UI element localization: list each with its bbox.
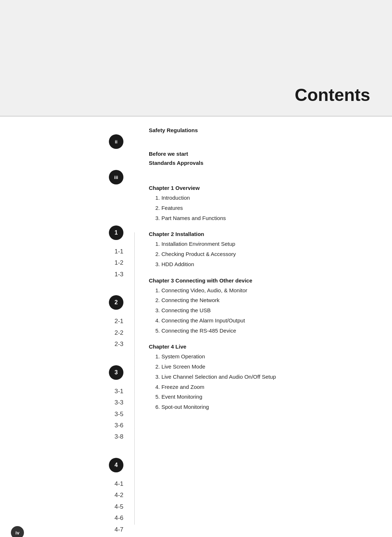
chapter-1-title: Chapter 1 Overview — [149, 185, 377, 191]
content-wrapper: ii iii 1 1-1 1-2 1-3 2 — [0, 116, 392, 537]
chapter-4-item-3: 3. Live Channel Selection and Audio On/O… — [149, 372, 377, 382]
badge-wrapper-1: 1 — [109, 218, 123, 243]
standards-approvals-title: Standards Approvals — [149, 160, 377, 166]
safety-regulations-title: Safety Regulations — [149, 127, 377, 133]
page-num-2-2: 2-2 — [114, 327, 123, 338]
chapter-badge-1: 1 — [109, 225, 123, 240]
pre-section-before: Before we start — [149, 151, 377, 157]
chapter-4-item-1: 1. System Operation — [149, 351, 377, 362]
chapter-badge-4: 4 — [109, 458, 123, 472]
chapter-3-item-3: 3. Connecting the USB — [149, 305, 377, 316]
chapter-badge-3: 3 — [109, 365, 123, 380]
chapter-1-item-2: 2. Features — [149, 203, 377, 213]
badge-wrapper-iii: iii — [109, 163, 123, 187]
page-num-3-8: 3-8 — [114, 431, 123, 442]
page-num-3-6: 3-6 — [114, 420, 123, 431]
chapter-1-item-3: 3. Part Names and Functions — [149, 213, 377, 223]
page-num-1-3: 1-3 — [114, 269, 123, 280]
badge-wrapper-3: 3 — [109, 358, 123, 383]
page-num-4-5: 4-5 — [114, 501, 123, 512]
page-num-2-3: 2-3 — [114, 338, 123, 350]
chapter-3-section: Chapter 3 Connecting with Other device 1… — [149, 277, 377, 336]
chapter-3-title: Chapter 3 Connecting with Other device — [149, 277, 377, 284]
page-num-4-2: 4-2 — [114, 489, 123, 501]
chapter-badge-2: 2 — [109, 295, 123, 310]
chapter-badge-iii: iii — [109, 170, 123, 184]
badge-wrapper-ii: ii — [109, 127, 123, 152]
chapter-2-item-3: 3. HDD Addition — [149, 259, 377, 269]
badge-wrapper-4: 4 — [109, 451, 123, 475]
badge-wrapper-2: 2 — [109, 288, 123, 313]
page-num-4-8: 4-8 — [114, 535, 123, 537]
chapter-2-section: Chapter 2 Installation 1. Installation E… — [149, 231, 377, 269]
chapter-3-item-1: 1. Connecting Video, Audio, & Monitor — [149, 285, 377, 296]
page-container: Contents ii iii — [0, 0, 392, 537]
bottom-page-badge: iv — [11, 526, 24, 537]
page-num-3-1: 3-1 — [114, 386, 123, 397]
before-we-start-title: Before we start — [149, 151, 377, 157]
vertical-divider — [134, 232, 135, 525]
chapter-4-title: Chapter 4 Live — [149, 343, 377, 350]
left-column: ii iii 1 1-1 1-2 1-3 2 — [0, 116, 134, 537]
pre-section-standards: Standards Approvals — [149, 160, 377, 166]
page-num-1-1: 1-1 — [114, 246, 123, 257]
chapter-2-title: Chapter 2 Installation — [149, 231, 377, 237]
page-num-3-3: 3-3 — [114, 397, 123, 408]
page-num-4-1: 4-1 — [114, 478, 123, 489]
chapter-badge-ii: ii — [109, 134, 123, 149]
chapter-2-item-1: 1. Installation Environment Setup — [149, 239, 377, 249]
right-column: Safety Regulations Before we start Stand… — [134, 116, 392, 537]
chapter-3-item-5: 5. Connecting the RS-485 Device — [149, 326, 377, 336]
page-num-4-7: 4-7 — [114, 524, 123, 535]
title-area: Contents — [295, 85, 370, 105]
page-num-2-1: 2-1 — [114, 316, 123, 327]
chapter-1-section: Chapter 1 Overview 1. Introduction 2. Fe… — [149, 185, 377, 223]
page-num-3-5: 3-5 — [114, 408, 123, 420]
chapter-1-item-1: 1. Introduction — [149, 193, 377, 203]
chapter-4-item-6: 6. Spot-out Monitoring — [149, 402, 377, 412]
chapter-2-item-2: 2. Checking Product & Accessory — [149, 249, 377, 259]
page-title: Contents — [295, 85, 370, 105]
chapter-4-section: Chapter 4 Live 1. System Operation 2. Li… — [149, 343, 377, 412]
page-num-1-2: 1-2 — [114, 257, 123, 268]
page-num-4-6: 4-6 — [114, 512, 123, 524]
chapter-3-item-4: 4. Connecting the Alarm Input/Output — [149, 316, 377, 326]
chapter-4-item-5: 5. Event Monitoring — [149, 392, 377, 402]
chapter-3-item-2: 2. Connecting the Network — [149, 295, 377, 305]
chapter-4-item-2: 2. Live Screen Mode — [149, 362, 377, 372]
pre-section-safety: Safety Regulations — [149, 127, 377, 133]
header-section: Contents — [0, 0, 392, 116]
chapter-4-item-4: 4. Freeze and Zoom — [149, 382, 377, 392]
